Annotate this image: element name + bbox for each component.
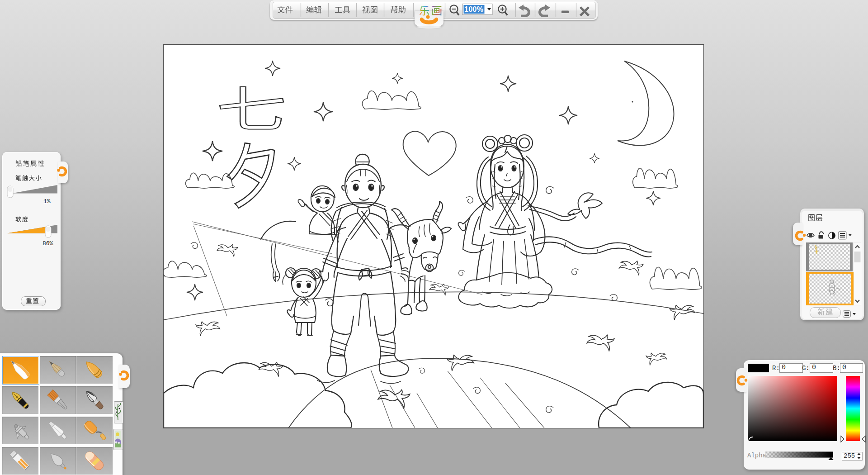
svg-text:100%: 100%: [464, 5, 484, 13]
